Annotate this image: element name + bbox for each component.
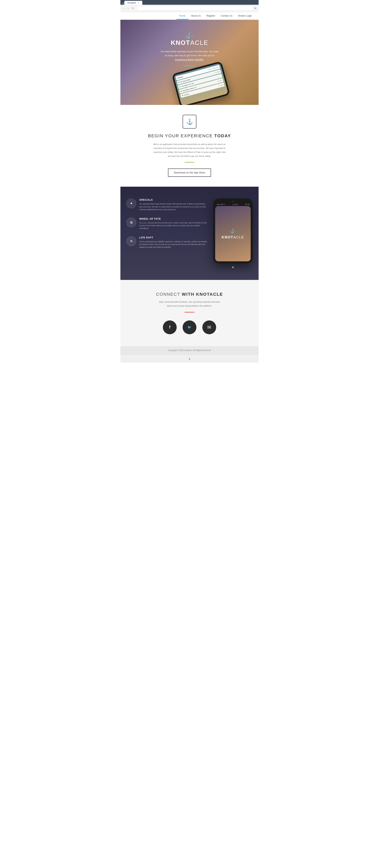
browser-tab[interactable]: Knotacle ✕	[124, 1, 142, 5]
nav-register[interactable]: Register	[204, 12, 218, 20]
slider-dot	[232, 267, 234, 268]
hero-subtitle: You want better specials at your favorit…	[160, 50, 219, 62]
features-phone-mockup: ●●●○ AT&T ✦ 6:22 PM 82% ▮ ⚓ KNOTACLE	[213, 198, 253, 268]
phone-frame: ●●●○ AT&T ✦ 6:22 PM 82% ▮ ⚓ KNOTACLE	[213, 198, 253, 263]
facebook-button[interactable]: f	[163, 320, 177, 334]
tab-title: Knotacle	[128, 2, 136, 4]
phone-screen: Featured List View Map View The Sound Ta…	[173, 63, 228, 105]
phone-anchor-icon: ⚓	[230, 228, 236, 234]
feature-specials: ✦ SPECIALS Our specials feature goes bey…	[126, 198, 207, 211]
logo-acle: ACLE	[190, 39, 208, 46]
connect-heading: CONNECT WITH KNOTACLE	[128, 292, 251, 297]
hamburger-menu[interactable]: ≡	[254, 6, 256, 10]
hero-phone-mockup: Featured List View Map View The Sound Ta…	[164, 70, 215, 105]
refresh-button[interactable]: ↻	[131, 6, 135, 10]
browser-traffic-lights: ✕	[122, 2, 124, 5]
specials-content: SPECIALS Our specials feature goes beyon…	[139, 198, 207, 211]
liferaft-content: LIFE RAFT You've maximized your nightlif…	[139, 236, 207, 249]
scroll-top-button[interactable]: ∧	[120, 354, 259, 363]
feature-wheel: ⊕ WHEEL OF FATE It's 1 a.m., and you don…	[126, 217, 207, 230]
phone-features-logo: KNOTACLE	[222, 235, 244, 240]
logo-knot: KNOT	[171, 39, 190, 46]
footer: Copyright © 2014 Knotacle | All Rights R…	[120, 346, 259, 354]
nav-contact[interactable]: Contact Us	[218, 12, 235, 20]
phone-outer: Featured List View Map View The Sound Ta…	[172, 61, 230, 105]
tab-close-btn[interactable]: ✕	[122, 2, 124, 5]
address-bar[interactable]	[136, 6, 253, 11]
phone-status-bar: ●●●○ AT&T ✦ 6:22 PM 82% ▮	[215, 203, 251, 206]
dot-icon	[179, 86, 181, 88]
wheel-title: WHEEL OF FATE	[139, 217, 207, 220]
forward-button[interactable]: ›	[127, 6, 130, 10]
hero-section: ⚓ KNOTACLE You want better specials at y…	[120, 20, 259, 105]
app-store-button[interactable]: Download on the App Store	[168, 168, 211, 177]
copyright-text: Copyright © 2014 Knotacle | All Rights R…	[168, 349, 211, 351]
liferaft-desc: You've maximized your nightlife experien…	[139, 240, 207, 249]
connect-body-text: Stay connected with Knotacle, see upcomi…	[156, 300, 223, 308]
intro-body-text: We're an application that promotes bars/…	[152, 143, 227, 158]
browser-nav-bar: ‹ › ↻ ≡	[120, 5, 259, 12]
features-list: ✦ SPECIALS Our specials feature goes bey…	[126, 198, 207, 255]
feature-liferaft: ✕ LIFE RAFT You've maximized your nightl…	[126, 236, 207, 249]
features-section: ✦ SPECIALS Our specials feature goes bey…	[120, 187, 259, 280]
specials-title: SPECIALS	[139, 198, 207, 201]
liferaft-icon: ✕	[126, 236, 136, 246]
tab-bar: ✕ Knotacle ✕	[120, 0, 259, 5]
intro-section: ⚓ BEGIN YOUR EXPERIENCE TODAY We're an a…	[120, 105, 259, 187]
wheel-content: WHEEL OF FATE It's 1 a.m., and you don't…	[139, 217, 207, 230]
phone-camera	[232, 200, 234, 202]
dot-icon	[182, 95, 183, 96]
red-divider	[184, 312, 195, 312]
facebook-icon: f	[169, 325, 171, 330]
intro-heading: BEGIN YOUR EXPERIENCE TODAY	[132, 133, 247, 138]
anchor-icon: ⚓	[185, 32, 194, 39]
wheel-icon: ⊕	[126, 217, 136, 227]
green-divider	[184, 162, 195, 162]
nav-about[interactable]: About Us	[188, 12, 204, 20]
specials-icon: ✦	[126, 198, 136, 208]
tab-close-x[interactable]: ✕	[138, 2, 139, 4]
twitter-button[interactable]: 🐦	[182, 320, 197, 334]
dot-icon	[178, 82, 180, 83]
browser-chrome: ✕ Knotacle ✕ ‹ › ↻ ≡	[120, 0, 259, 12]
liferaft-title: LIFE RAFT	[139, 236, 207, 239]
email-button[interactable]: ✉	[202, 320, 216, 334]
hero-divider	[184, 66, 195, 66]
hero-logo: ⚓ KNOTACLE	[128, 32, 251, 46]
anchor-box-icon: ⚓	[182, 115, 197, 129]
social-icons-container: f 🐦 ✉	[128, 320, 251, 334]
twitter-icon: 🐦	[187, 326, 192, 329]
connect-section: CONNECT WITH KNOTACLE Stay connected wit…	[120, 280, 259, 346]
back-button[interactable]: ‹	[123, 6, 125, 10]
site-navigation: Home About Us Register Contact Us Vendor…	[120, 12, 259, 20]
email-icon: ✉	[207, 324, 211, 330]
nav-vendor[interactable]: Vendor Login	[235, 12, 255, 20]
phone-screen-features: ⚓ KNOTACLE	[215, 206, 251, 261]
wheel-desc: It's 1 a.m., and you don't know what to …	[139, 221, 207, 230]
dot-icon	[181, 91, 182, 92]
nav-home[interactable]: Home	[176, 12, 188, 20]
specials-desc: Our specials feature goes beyond simply …	[139, 203, 207, 211]
